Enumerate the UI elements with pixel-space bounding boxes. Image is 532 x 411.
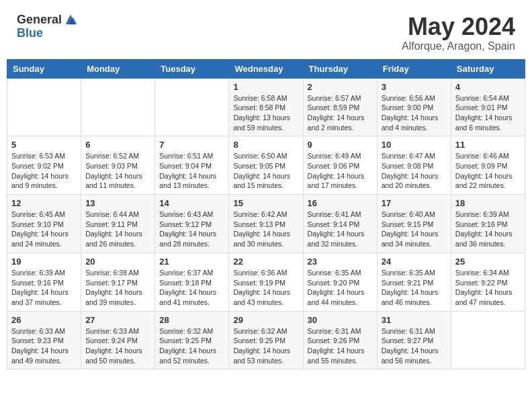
calendar-cell: 27Sunrise: 6:33 AMSunset: 9:24 PMDayligh…: [81, 311, 155, 369]
day-number: 28: [159, 315, 224, 325]
cell-info: Sunrise: 6:38 AMSunset: 9:17 PMDaylight:…: [85, 268, 150, 308]
calendar-cell: 20Sunrise: 6:38 AMSunset: 9:17 PMDayligh…: [81, 253, 155, 311]
cell-info: Sunrise: 6:53 AMSunset: 9:02 PMDaylight:…: [11, 151, 77, 191]
week-row-1: 1Sunrise: 6:58 AMSunset: 8:58 PMDaylight…: [7, 78, 525, 136]
cell-info: Sunrise: 6:51 AMSunset: 9:04 PMDaylight:…: [159, 151, 224, 191]
day-number: 4: [455, 82, 521, 92]
day-number: 8: [233, 140, 298, 150]
cell-info: Sunrise: 6:47 AMSunset: 9:08 PMDaylight:…: [382, 151, 447, 191]
calendar-cell: 17Sunrise: 6:40 AMSunset: 9:15 PMDayligh…: [377, 195, 451, 253]
cell-info: Sunrise: 6:40 AMSunset: 9:15 PMDaylight:…: [382, 210, 447, 249]
logo: General Blue: [17, 13, 78, 40]
day-number: 25: [455, 257, 521, 267]
calendar-cell: 2Sunrise: 6:57 AMSunset: 8:59 PMDaylight…: [303, 78, 377, 136]
day-number: 11: [455, 140, 521, 150]
day-number: 30: [308, 315, 373, 325]
calendar-cell: 10Sunrise: 6:47 AMSunset: 9:08 PMDayligh…: [377, 136, 451, 195]
day-number: 20: [85, 257, 150, 267]
cell-info: Sunrise: 6:39 AMSunset: 9:16 PMDaylight:…: [11, 268, 77, 308]
calendar-cell: 16Sunrise: 6:41 AMSunset: 9:14 PMDayligh…: [303, 195, 377, 253]
day-number: 6: [85, 140, 150, 150]
day-number: 10: [382, 140, 447, 150]
calendar-cell: 23Sunrise: 6:35 AMSunset: 9:20 PMDayligh…: [303, 253, 377, 311]
calendar-table: SundayMondayTuesdayWednesdayThursdayFrid…: [7, 59, 525, 370]
day-number: 27: [85, 315, 150, 325]
day-number: 24: [382, 257, 447, 267]
day-number: 31: [382, 315, 447, 325]
logo-general: General: [17, 13, 62, 27]
cell-info: Sunrise: 6:50 AMSunset: 9:05 PMDaylight:…: [233, 151, 298, 191]
cell-info: Sunrise: 6:31 AMSunset: 9:26 PMDaylight:…: [308, 326, 373, 366]
week-row-5: 26Sunrise: 6:33 AMSunset: 9:23 PMDayligh…: [7, 311, 525, 369]
cell-info: Sunrise: 6:45 AMSunset: 9:10 PMDaylight:…: [11, 210, 77, 249]
cell-info: Sunrise: 6:35 AMSunset: 9:21 PMDaylight:…: [382, 268, 447, 308]
calendar-cell: 7Sunrise: 6:51 AMSunset: 9:04 PMDaylight…: [155, 136, 229, 195]
cell-info: Sunrise: 6:49 AMSunset: 9:06 PMDaylight:…: [308, 151, 373, 191]
day-number: 5: [11, 140, 77, 150]
weekday-header-wednesday: Wednesday: [229, 59, 303, 78]
calendar-cell: 14Sunrise: 6:43 AMSunset: 9:12 PMDayligh…: [155, 195, 229, 253]
calendar-cell: 19Sunrise: 6:39 AMSunset: 9:16 PMDayligh…: [7, 253, 81, 311]
calendar-cell: 3Sunrise: 6:56 AMSunset: 9:00 PMDaylight…: [377, 78, 451, 136]
day-number: 19: [11, 257, 77, 267]
weekday-header-friday: Friday: [377, 59, 451, 78]
day-number: 2: [308, 82, 373, 92]
day-number: 23: [308, 257, 373, 267]
cell-info: Sunrise: 6:33 AMSunset: 9:24 PMDaylight:…: [85, 326, 150, 366]
calendar-cell: 29Sunrise: 6:32 AMSunset: 9:25 PMDayligh…: [229, 311, 303, 369]
day-number: 9: [308, 140, 373, 150]
day-number: 1: [233, 82, 298, 92]
day-number: 16: [308, 198, 373, 208]
cell-info: Sunrise: 6:31 AMSunset: 9:27 PMDaylight:…: [382, 326, 447, 366]
calendar-cell: 5Sunrise: 6:53 AMSunset: 9:02 PMDaylight…: [7, 136, 81, 195]
calendar-cell: 21Sunrise: 6:37 AMSunset: 9:18 PMDayligh…: [155, 253, 229, 311]
day-number: 29: [233, 315, 298, 325]
weekday-header-saturday: Saturday: [451, 59, 525, 78]
cell-info: Sunrise: 6:56 AMSunset: 9:00 PMDaylight:…: [382, 93, 447, 133]
calendar-cell: 18Sunrise: 6:39 AMSunset: 9:16 PMDayligh…: [451, 195, 525, 253]
calendar-cell: 12Sunrise: 6:45 AMSunset: 9:10 PMDayligh…: [7, 195, 81, 253]
day-number: 22: [233, 257, 298, 267]
cell-info: Sunrise: 6:43 AMSunset: 9:12 PMDaylight:…: [159, 210, 224, 249]
cell-info: Sunrise: 6:57 AMSunset: 8:59 PMDaylight:…: [308, 93, 373, 133]
cell-info: Sunrise: 6:37 AMSunset: 9:18 PMDaylight:…: [159, 268, 224, 308]
cell-info: Sunrise: 6:36 AMSunset: 9:19 PMDaylight:…: [233, 268, 298, 308]
week-row-2: 5Sunrise: 6:53 AMSunset: 9:02 PMDaylight…: [7, 136, 525, 195]
calendar-cell: 6Sunrise: 6:52 AMSunset: 9:03 PMDaylight…: [81, 136, 155, 195]
day-number: 7: [159, 140, 224, 150]
cell-info: Sunrise: 6:32 AMSunset: 9:25 PMDaylight:…: [233, 326, 298, 366]
calendar-cell: 9Sunrise: 6:49 AMSunset: 9:06 PMDaylight…: [303, 136, 377, 195]
calendar-cell: 11Sunrise: 6:46 AMSunset: 9:09 PMDayligh…: [451, 136, 525, 195]
calendar-cell: 28Sunrise: 6:32 AMSunset: 9:25 PMDayligh…: [155, 311, 229, 369]
day-number: 17: [382, 198, 447, 208]
calendar-cell: 26Sunrise: 6:33 AMSunset: 9:23 PMDayligh…: [7, 311, 81, 369]
cell-info: Sunrise: 6:39 AMSunset: 9:16 PMDaylight:…: [455, 210, 521, 249]
day-number: 26: [11, 315, 77, 325]
calendar-cell: 15Sunrise: 6:42 AMSunset: 9:13 PMDayligh…: [229, 195, 303, 253]
cell-info: Sunrise: 6:44 AMSunset: 9:11 PMDaylight:…: [85, 210, 150, 249]
weekday-header-tuesday: Tuesday: [155, 59, 229, 78]
day-number: 18: [455, 198, 521, 208]
cell-info: Sunrise: 6:46 AMSunset: 9:09 PMDaylight:…: [455, 151, 521, 191]
calendar-cell: [451, 311, 525, 369]
calendar-cell: [81, 78, 155, 136]
calendar-cell: 24Sunrise: 6:35 AMSunset: 9:21 PMDayligh…: [377, 253, 451, 311]
cell-info: Sunrise: 6:41 AMSunset: 9:14 PMDaylight:…: [308, 210, 373, 249]
cell-info: Sunrise: 6:42 AMSunset: 9:13 PMDaylight:…: [233, 210, 298, 249]
day-number: 3: [382, 82, 447, 92]
title-section: May 2024 Alforque, Aragon, Spain: [402, 13, 515, 52]
calendar-cell: 8Sunrise: 6:50 AMSunset: 9:05 PMDaylight…: [229, 136, 303, 195]
weekday-header-thursday: Thursday: [303, 59, 377, 78]
cell-info: Sunrise: 6:34 AMSunset: 9:22 PMDaylight:…: [455, 268, 521, 308]
calendar-body: 1Sunrise: 6:58 AMSunset: 8:58 PMDaylight…: [7, 78, 525, 369]
cell-info: Sunrise: 6:35 AMSunset: 9:20 PMDaylight:…: [308, 268, 373, 308]
calendar-cell: 13Sunrise: 6:44 AMSunset: 9:11 PMDayligh…: [81, 195, 155, 253]
month-title: May 2024: [402, 13, 515, 40]
calendar-cell: 22Sunrise: 6:36 AMSunset: 9:19 PMDayligh…: [229, 253, 303, 311]
day-number: 12: [11, 198, 77, 208]
cell-info: Sunrise: 6:32 AMSunset: 9:25 PMDaylight:…: [159, 326, 224, 366]
location: Alforque, Aragon, Spain: [402, 40, 515, 52]
cell-info: Sunrise: 6:33 AMSunset: 9:23 PMDaylight:…: [11, 326, 77, 366]
weekday-header-row: SundayMondayTuesdayWednesdayThursdayFrid…: [7, 59, 525, 78]
cell-info: Sunrise: 6:54 AMSunset: 9:01 PMDaylight:…: [455, 93, 521, 133]
